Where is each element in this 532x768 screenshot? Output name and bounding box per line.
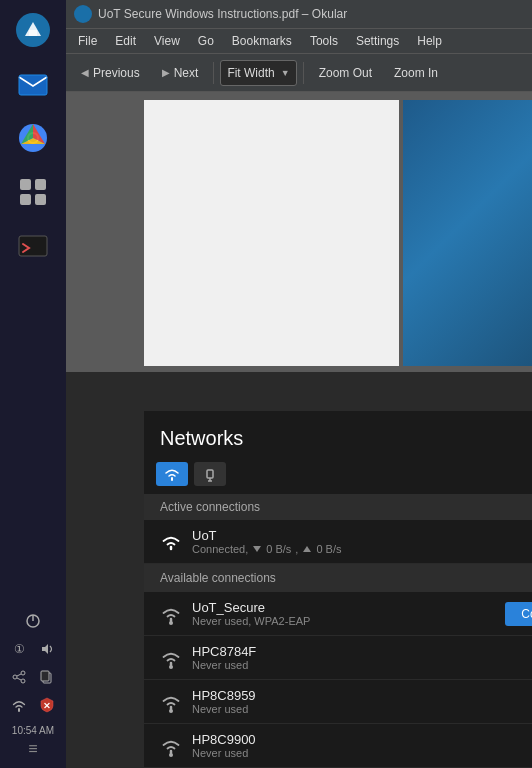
active-connection-uot[interactable]: UoT Connected, 0 B/s , 0 B/s [144,520,532,564]
taskbar-bottom-section: ① [6,608,60,764]
wifi-tab[interactable] [156,462,188,486]
taskbar-grid-app[interactable] [7,166,59,218]
svg-rect-1 [19,75,47,95]
zoom-label: Fit Width [227,66,274,80]
available-hp8c9900[interactable]: HP8C9900 Never used [144,724,532,768]
wifi-tab-icon [163,466,181,482]
hp8c8959-wifi-icon [160,691,182,713]
power-icon [25,613,41,629]
menu-file[interactable]: File [70,32,105,50]
svg-text:✕: ✕ [43,701,51,711]
next-button[interactable]: ▶ Next [153,61,208,85]
svg-point-17 [21,679,25,683]
zoom-in-button[interactable]: Zoom In [385,61,447,85]
taskbar-terminal-app[interactable] [7,220,59,272]
hp8c8959-status: Never used [192,703,532,715]
down-arrow-icon [252,544,262,554]
next-label: Next [174,66,199,80]
toolbar: ◀ Previous ▶ Next Fit Width ▼ Zoom Out Z… [66,54,532,92]
title-bar: UoT Secure Windows Instructions.pdf – Ok… [66,0,532,28]
svg-point-30 [169,709,173,713]
uot-wifi-icon [160,531,182,553]
uot-status-text: Connected, [192,543,248,555]
svg-rect-9 [35,194,46,205]
power-button[interactable] [20,608,46,634]
taskbar-kde-button[interactable] [7,4,59,56]
available-hpc8784f[interactable]: HPC8784F Never used [144,636,532,680]
svg-rect-23 [207,470,213,478]
toolbar-separator-2 [303,62,304,84]
hpc8784f-ssid: HPC8784F [192,644,532,659]
uot-down-speed: 0 B/s [266,543,291,555]
hp8c8959-info: HP8C8959 Never used [192,688,532,715]
zoom-selector[interactable]: Fit Width ▼ [220,60,296,86]
svg-rect-6 [20,179,31,190]
zoom-out-button[interactable]: Zoom Out [310,61,381,85]
taskbar-more-btn[interactable]: ≡ [28,740,37,758]
wired-tab[interactable] [194,462,226,486]
svg-line-18 [17,674,21,676]
networks-header: Networks 📌 [144,411,532,458]
main-content: Networks 📌 ⚙ Active [66,92,532,768]
uot-secure-ssid: UoT_Secure [192,600,495,615]
prev-button[interactable]: ◀ Previous [72,61,149,85]
pdf-viewer[interactable] [66,92,532,372]
svg-point-28 [169,621,173,625]
menu-help[interactable]: Help [409,32,450,50]
uot-secure-wifi-icon [160,603,182,625]
kde-logo-icon [15,12,51,48]
copy-icon [40,670,54,684]
hpc8784f-status: Never used [192,659,532,671]
hpc8784f-wifi-icon [160,647,182,669]
menu-bookmarks[interactable]: Bookmarks [224,32,300,50]
number-icon[interactable]: ① [6,636,32,662]
copy-icon-btn[interactable] [34,664,60,690]
available-connections-header: Available connections ↻ [144,564,532,592]
share-icon-btn[interactable] [6,664,32,690]
svg-marker-14 [42,644,48,654]
available-hp8c8959[interactable]: HP8C8959 Never used [144,680,532,724]
taskbar-chrome-app[interactable] [7,112,59,164]
svg-rect-7 [35,179,46,190]
pdf-page-left [144,100,399,366]
uot-up-speed: 0 B/s [316,543,341,555]
hp8c8959-ssid: HP8C8959 [192,688,532,703]
svg-point-29 [169,665,173,669]
volume-button[interactable] [34,636,60,662]
available-connections-label: Available connections [160,571,276,585]
available-uot-secure[interactable]: UoT_Secure Never used, WPA2-EAP Connect [144,592,532,636]
networks-title: Networks [160,427,243,450]
prev-label: Previous [93,66,140,80]
menu-edit[interactable]: Edit [107,32,144,50]
active-connections-label: Active connections [160,500,260,514]
next-arrow-icon: ▶ [162,67,170,78]
prev-arrow-icon: ◀ [81,67,89,78]
menu-view[interactable]: View [146,32,188,50]
clock-display: 10:54 AM [12,724,54,738]
svg-line-19 [17,678,21,680]
svg-marker-27 [303,546,311,552]
menu-go[interactable]: Go [190,32,222,50]
chrome-icon [17,122,49,154]
hp8c9900-status: Never used [192,747,532,759]
wifi-status-btn[interactable] [6,692,32,718]
menu-tools[interactable]: Tools [302,32,346,50]
security-alert-icon: ✕ [39,697,55,713]
mail-icon [17,68,49,100]
security-alert-btn[interactable]: ✕ [34,692,60,718]
wired-tab-icon [201,466,219,482]
taskbar-extra-row [6,664,60,690]
window-title: UoT Secure Windows Instructions.pdf – Ok… [98,7,347,21]
zoom-in-label: Zoom In [394,66,438,80]
menu-settings[interactable]: Settings [348,32,407,50]
uot-secure-connect-button[interactable]: Connect [505,602,532,626]
taskbar-mail-app[interactable] [7,58,59,110]
svg-marker-26 [253,546,261,552]
speed-comma: , [295,543,298,555]
clock-time: 10:54 AM [12,724,54,738]
volume-icon [40,642,54,656]
grid-icon [17,176,49,208]
hp8c9900-info: HP8C9900 Never used [192,732,532,759]
svg-rect-8 [20,194,31,205]
taskbar: ① [0,0,66,768]
